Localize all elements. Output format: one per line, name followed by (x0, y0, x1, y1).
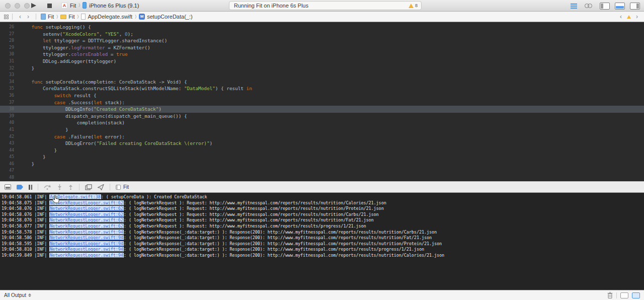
console-file-link[interactable]: NetworkRequestLogger.swift:62 (49, 200, 124, 205)
process-selector[interactable]: Fit (116, 184, 129, 190)
code-line[interactable]: 42 case .Failure(let error): (0, 133, 644, 140)
code-text[interactable]: completion(stack) (20, 119, 125, 126)
console-file-link[interactable]: AppDelegate.swift:38 (49, 194, 101, 199)
console-file-link[interactable]: NetworkRequestLogger.swift:94 (49, 247, 124, 252)
code-text[interactable]: } (20, 161, 34, 168)
zoom-window-icon[interactable] (24, 3, 30, 9)
code-line[interactable]: 37 case .Success(let stack): (0, 99, 644, 106)
line-number-gutter[interactable]: 32 (0, 65, 20, 72)
code-text[interactable]: } (20, 126, 68, 133)
line-number-gutter[interactable]: 44 (0, 147, 20, 154)
stop-button[interactable] (47, 4, 52, 8)
code-line[interactable]: 30 ttylogger.colorsEnabled = true (0, 51, 644, 58)
code-line[interactable]: 39 dispatch_async(dispatch_get_main_queu… (0, 113, 644, 120)
process-name[interactable]: Fit (123, 184, 129, 190)
step-into-icon[interactable] (57, 184, 62, 190)
code-line[interactable]: 32 } (0, 65, 644, 72)
code-line[interactable]: 34 func setupCoreData(completion: CoreDa… (0, 79, 644, 86)
console-file-link[interactable]: NetworkRequestLogger.swift:94 (49, 241, 124, 246)
code-line[interactable]: 40 completion(stack) (0, 119, 644, 126)
breadcrumb-label[interactable]: Fit (48, 14, 54, 20)
breadcrumb-method[interactable]: M setupCoreData(_:) (139, 14, 193, 20)
view-ui-hierarchy-icon[interactable] (85, 184, 92, 190)
code-text[interactable]: func setupLogging() { (20, 24, 91, 31)
code-line[interactable]: 35 CoreDataStack.constructSQLiteStack(wi… (0, 85, 644, 92)
source-editor[interactable]: 26 func setupLogging() {27 setenv("Xcode… (0, 22, 644, 181)
line-number-gutter[interactable]: 27 (0, 31, 20, 38)
code-text[interactable]: } (20, 147, 57, 154)
breadcrumb-label[interactable]: setupCoreData(_:) (147, 14, 193, 20)
code-line[interactable]: 31 DDLog.addLogger(ttylogger) (0, 58, 644, 65)
code-text[interactable]: DDLogInfo("Created CoreDataStack") (20, 106, 162, 113)
previous-issue-button[interactable]: ‹ (617, 13, 625, 20)
debug-console[interactable]: 19:04:58.061 |INF| AppDelegate.swift:38:… (0, 193, 644, 290)
code-line[interactable]: 33 (0, 71, 644, 79)
forward-button[interactable]: › (24, 13, 32, 20)
code-text[interactable]: } (20, 154, 46, 161)
line-number-gutter[interactable]: 33 (0, 71, 20, 79)
line-number-gutter[interactable]: 48 (0, 174, 20, 181)
output-filter-dropdown[interactable]: All Output (4, 292, 31, 298)
back-button[interactable]: ‹ (16, 13, 24, 20)
code-line[interactable]: 38 DDLogInfo("Created CoreDataStack") (0, 106, 644, 113)
console-file-link[interactable]: NetworkRequestLogger.swift:62 (49, 223, 124, 229)
line-number-gutter[interactable]: 43 (0, 140, 20, 147)
code-text[interactable]: ttylogger.colorsEnabled = true (20, 51, 128, 58)
line-number-gutter[interactable]: 46 (0, 161, 20, 168)
warning-icon[interactable] (627, 15, 631, 19)
show-console-view-button[interactable] (632, 292, 640, 298)
code-line[interactable]: 26 func setupLogging() { (0, 24, 644, 31)
code-line[interactable]: 29 ttylogger.logFormatter = KZFormatter(… (0, 44, 644, 51)
code-text[interactable]: func setupCoreData(completion: CoreDataS… (20, 79, 187, 86)
code-text[interactable]: dispatch_async(dispatch_get_main_queue()… (20, 113, 187, 120)
code-text[interactable]: DDLogError("Failed creating CoreDataStac… (20, 140, 212, 147)
output-filter-label[interactable]: All Output (4, 292, 26, 298)
hide-debug-area-icon[interactable] (5, 184, 11, 190)
close-window-icon[interactable] (5, 3, 11, 9)
scheme-name[interactable]: Fit (70, 3, 76, 9)
simulate-location-icon[interactable] (98, 184, 104, 190)
code-line[interactable]: 46 } (0, 161, 644, 168)
line-number-gutter[interactable]: 36 (0, 92, 20, 99)
next-issue-button[interactable]: › (633, 13, 641, 20)
code-line[interactable]: 48 (0, 174, 644, 181)
show-variables-view-button[interactable] (620, 292, 628, 298)
line-number-gutter[interactable]: 37 (0, 99, 20, 106)
console-file-link[interactable]: NetworkRequestLogger.swift:94 (49, 253, 124, 258)
code-text[interactable]: } (20, 65, 34, 72)
console-file-link[interactable]: NetworkRequestLogger.swift:94 (49, 230, 124, 235)
toggle-debug-area-button[interactable] (614, 2, 626, 10)
minimize-window-icon[interactable] (15, 3, 20, 9)
line-number-gutter[interactable]: 30 (0, 51, 20, 58)
standard-editor-button[interactable] (568, 2, 580, 10)
code-line[interactable]: 41 } (0, 126, 644, 133)
line-number-gutter[interactable]: 45 (0, 154, 20, 161)
code-text[interactable]: let ttylogger = DDTTYLogger.sharedInstan… (20, 37, 167, 44)
line-number-gutter[interactable]: 35 (0, 85, 20, 92)
issues-badge[interactable]: 8 (409, 3, 418, 8)
code-text[interactable]: setenv("XcodeColors", "YES", 0); (20, 31, 133, 38)
line-number-gutter[interactable]: 31 (0, 58, 20, 65)
code-line[interactable]: 36 switch result { (0, 92, 644, 99)
traffic-lights[interactable] (5, 3, 30, 9)
line-number-gutter[interactable]: 41 (0, 126, 20, 133)
code-line[interactable]: 27 setenv("XcodeColors", "YES", 0); (0, 31, 644, 38)
console-file-link[interactable]: NetworkRequestLogger.swift:62 (49, 212, 124, 217)
step-out-icon[interactable] (68, 184, 73, 190)
pause-execution-icon[interactable] (29, 185, 32, 190)
related-items-icon[interactable] (4, 15, 9, 19)
console-file-link[interactable]: NetworkRequestLogger.swift:94 (49, 235, 124, 240)
code-line[interactable]: 47 (0, 167, 644, 174)
assistant-editor-button[interactable] (583, 2, 595, 10)
line-number-gutter[interactable]: 47 (0, 167, 20, 174)
code-line[interactable]: 44 } (0, 147, 644, 154)
line-number-gutter[interactable]: 38 (0, 106, 20, 113)
breadcrumb-file[interactable]: AppDelegate.swift (81, 14, 132, 20)
line-number-gutter[interactable]: 29 (0, 44, 20, 51)
code-text[interactable]: DDLog.addLogger(ttylogger) (20, 58, 116, 65)
line-number-gutter[interactable]: 28 (0, 37, 20, 44)
code-text[interactable]: ttylogger.logFormatter = KZFormatter() (20, 44, 150, 51)
line-number-gutter[interactable]: 42 (0, 133, 20, 140)
breakpoints-toggle-icon[interactable] (17, 185, 23, 190)
run-button[interactable] (31, 3, 36, 8)
